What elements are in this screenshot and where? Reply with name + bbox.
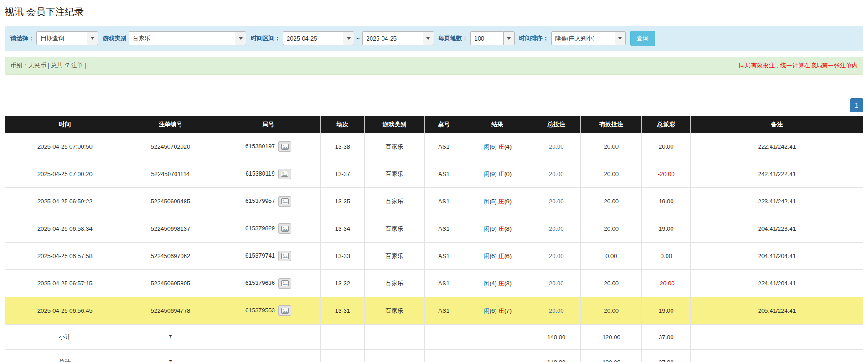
total-bet-link[interactable]: 20.00 [549, 253, 564, 259]
cell-session: 13-34 [320, 215, 364, 243]
total-bet-link[interactable]: 20.00 [549, 307, 564, 314]
total-bet-link[interactable]: 20.00 [549, 225, 564, 232]
cell-round-id: 615380197 [216, 133, 321, 160]
cell-table-no: AS1 [424, 215, 463, 243]
cell-remark: 242.41/222.41 [691, 160, 863, 188]
date-from-dropdown-button[interactable] [343, 31, 354, 45]
game-type-combobox [129, 31, 246, 45]
sort-input[interactable] [551, 31, 615, 45]
date-to-input[interactable] [362, 31, 423, 45]
total-bet-link[interactable]: 20.00 [549, 280, 564, 287]
sort-label: 时间排序： [519, 34, 549, 42]
page-size-input[interactable] [470, 31, 503, 45]
cell-total-bet: 20.00 [532, 297, 581, 325]
cell-bet-id: 522450699485 [125, 188, 216, 215]
result-banker-score: (0) [504, 171, 512, 177]
date-to-dropdown-button[interactable] [423, 31, 434, 45]
round-result-cards-button[interactable] [278, 141, 291, 152]
result-banker-label: 庄 [498, 225, 504, 232]
result-player-score: (6) [490, 253, 497, 259]
round-result-cards-button[interactable] [278, 251, 291, 261]
cell-game-type: 百家乐 [364, 133, 424, 160]
header-bet-id: 注单编号 [125, 116, 216, 133]
cell-total-bet: 20.00 [532, 160, 581, 188]
round-result-cards-button[interactable] [278, 278, 291, 289]
cell-payout: 19.00 [642, 215, 691, 243]
cell-valid-bet: 20.00 [581, 188, 642, 215]
cell-game-type: 百家乐 [364, 243, 424, 270]
cell-result: 闲(5) 庄(9) [463, 188, 532, 215]
chevron-down-icon [347, 37, 351, 40]
result-player-label: 闲 [484, 143, 490, 150]
result-player-score: (6) [490, 143, 497, 150]
cell-total-bet: 20.00 [532, 133, 581, 160]
game-type-label: 游戏类别 [103, 34, 126, 42]
pagination-top: 1 [5, 98, 863, 112]
cell-time: 2025-04-25 06:59:22 [5, 188, 125, 215]
query-type-input[interactable] [36, 31, 87, 45]
query-type-dropdown-button[interactable] [87, 31, 98, 45]
subtotal-label: 小计 [5, 325, 125, 350]
header-session: 场次 [320, 116, 364, 133]
cell-bet-id: 522450697062 [125, 243, 216, 270]
cell-total-bet: 20.00 [532, 243, 581, 270]
grand-total-row: 总计 7 140.00 120.00 37.00 [5, 350, 863, 362]
cell-result: 闲(4) 庄(3) [463, 270, 532, 297]
cell-game-type: 百家乐 [364, 297, 424, 325]
cell-table-no: AS1 [424, 270, 463, 297]
cards-image-icon [281, 144, 289, 150]
cell-payout: 0.00 [642, 243, 691, 270]
date-to-picker [362, 31, 434, 45]
currency-summary-text: 币别：人民币 | 总共 :7 注单 | [10, 62, 86, 70]
table-row: 2025-04-25 06:58:34 522450698137 6153798… [5, 215, 863, 243]
game-type-dropdown-button[interactable] [235, 31, 246, 45]
table-body: 2025-04-25 07:00:50 522450702020 6153801… [5, 133, 863, 325]
cell-round-id: 615379957 [216, 188, 321, 215]
cell-valid-bet: 0.00 [581, 243, 642, 270]
result-player-score: (5) [490, 198, 497, 205]
chevron-down-icon [91, 37, 94, 40]
result-player-label: 闲 [484, 225, 490, 232]
result-banker-label: 庄 [498, 280, 504, 287]
subtotal-payout: 37.00 [642, 325, 691, 350]
cell-time: 2025-04-25 06:56:45 [5, 297, 125, 325]
round-result-cards-button[interactable] [278, 223, 291, 234]
cell-game-type: 百家乐 [364, 188, 424, 215]
chevron-down-icon [239, 37, 243, 40]
date-from-input[interactable] [283, 31, 343, 45]
subtotal-valid-bet: 120.00 [581, 325, 642, 350]
round-result-cards-button[interactable] [278, 305, 291, 316]
cards-image-icon [281, 198, 289, 204]
total-bet-link[interactable]: 20.00 [549, 198, 564, 205]
cell-valid-bet: 20.00 [581, 215, 642, 243]
table-row: 2025-04-25 07:00:50 522450702020 6153801… [5, 133, 863, 160]
cell-game-type: 百家乐 [364, 270, 424, 297]
header-round-id: 局号 [216, 116, 321, 133]
cards-image-icon [281, 280, 289, 286]
cell-time: 2025-04-25 06:58:34 [5, 215, 125, 243]
total-bet-link[interactable]: 20.00 [549, 171, 564, 177]
round-result-cards-button[interactable] [278, 169, 291, 179]
header-game-type: 游戏类别 [364, 116, 424, 133]
round-result-cards-button[interactable] [278, 196, 291, 207]
page-1-button[interactable]: 1 [850, 98, 863, 112]
cell-time: 2025-04-25 06:57:58 [5, 243, 125, 270]
chevron-down-icon [507, 37, 511, 40]
page-root: 视讯 会员下注纪录 请选择： 游戏类别 时间区间： ~ 每页笔数： 时间排序： [0, 0, 868, 362]
result-banker-score: (7) [504, 307, 512, 314]
search-button[interactable]: 查询 [630, 31, 655, 46]
result-banker-label: 庄 [498, 143, 504, 150]
game-type-input[interactable] [129, 31, 235, 45]
result-banker-score: (9) [504, 198, 512, 205]
header-remark: 备注 [691, 116, 863, 133]
page-title: 视讯 会员下注纪录 [5, 5, 863, 18]
table-row: 2025-04-25 06:57:58 522450697062 6153797… [5, 243, 863, 270]
records-table: 时间 注单编号 局号 场次 游戏类别 桌号 结果 总投注 有效投注 总派彩 备注… [5, 116, 863, 362]
subtotal-total-bet: 140.00 [532, 325, 581, 350]
sort-dropdown-button[interactable] [615, 31, 626, 45]
total-bet-link[interactable]: 20.00 [549, 143, 564, 150]
page-size-dropdown-button[interactable] [503, 31, 515, 45]
result-player-label: 闲 [484, 198, 490, 205]
cell-table-no: AS1 [424, 188, 463, 215]
grand-total-count: 7 [125, 350, 216, 362]
